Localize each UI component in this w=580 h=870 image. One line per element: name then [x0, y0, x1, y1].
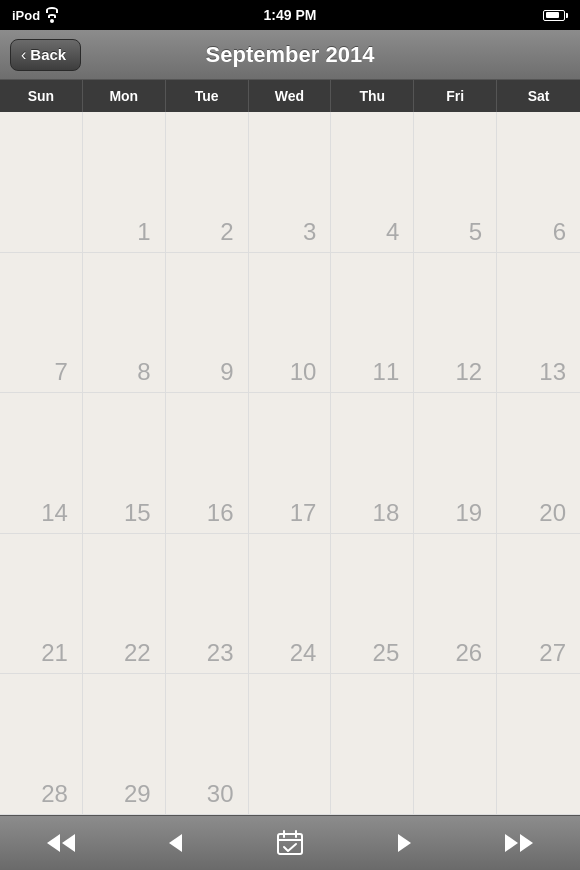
- day-number: 8: [137, 360, 150, 384]
- day-number: 25: [373, 641, 400, 665]
- day-number: 19: [455, 501, 482, 525]
- calendar-day-10[interactable]: 10: [249, 253, 332, 394]
- status-time: 1:49 PM: [264, 7, 317, 23]
- empty-day-cell: [331, 674, 414, 815]
- back-nav-icon: [169, 834, 182, 852]
- calendar-day-3[interactable]: 3: [249, 112, 332, 253]
- day-number: 10: [290, 360, 317, 384]
- month-title: September 2014: [206, 42, 375, 68]
- calendar-day-16[interactable]: 16: [166, 393, 249, 534]
- calendar-day-6[interactable]: 6: [497, 112, 580, 253]
- calendar-day-23[interactable]: 23: [166, 534, 249, 675]
- day-number: 23: [207, 641, 234, 665]
- empty-day-cell: [249, 674, 332, 815]
- day-number: 9: [220, 360, 233, 384]
- calendar-day-13[interactable]: 13: [497, 253, 580, 394]
- calendar-grid: 1234567891011121314151617181920212223242…: [0, 112, 580, 815]
- calendar-day-4[interactable]: 4: [331, 112, 414, 253]
- day-header-sun: Sun: [0, 80, 83, 112]
- calendar-day-15[interactable]: 15: [83, 393, 166, 534]
- day-number: 18: [373, 501, 400, 525]
- calendar-day-18[interactable]: 18: [331, 393, 414, 534]
- calendar-day-28[interactable]: 28: [0, 674, 83, 815]
- day-number: 6: [553, 220, 566, 244]
- skip-forward-icon: [505, 834, 533, 852]
- calendar-day-8[interactable]: 8: [83, 253, 166, 394]
- calendar-day-5[interactable]: 5: [414, 112, 497, 253]
- day-header-thu: Thu: [331, 80, 414, 112]
- day-number: 1: [137, 220, 150, 244]
- day-headers: SunMonTueWedThuFriSat: [0, 80, 580, 112]
- back-button-label: Back: [30, 46, 66, 63]
- day-number: 20: [539, 501, 566, 525]
- calendar-day-7[interactable]: 7: [0, 253, 83, 394]
- calendar-day-30[interactable]: 30: [166, 674, 249, 815]
- day-number: 29: [124, 782, 151, 806]
- empty-day-cell: [414, 674, 497, 815]
- back-nav-button[interactable]: [151, 826, 200, 860]
- day-number: 14: [41, 501, 68, 525]
- day-number: 2: [220, 220, 233, 244]
- calendar-day-21[interactable]: 21: [0, 534, 83, 675]
- empty-day-cell: [497, 674, 580, 815]
- day-header-fri: Fri: [414, 80, 497, 112]
- skip-forward-button[interactable]: [487, 826, 551, 860]
- day-number: 7: [54, 360, 67, 384]
- svg-rect-0: [278, 834, 302, 854]
- back-button[interactable]: ‹ Back: [10, 39, 81, 71]
- day-header-mon: Mon: [83, 80, 166, 112]
- day-number: 3: [303, 220, 316, 244]
- calendar-day-19[interactable]: 19: [414, 393, 497, 534]
- day-number: 17: [290, 501, 317, 525]
- day-number: 27: [539, 641, 566, 665]
- day-number: 4: [386, 220, 399, 244]
- wifi-icon: [46, 7, 58, 23]
- calendar-day-24[interactable]: 24: [249, 534, 332, 675]
- day-number: 5: [469, 220, 482, 244]
- day-number: 16: [207, 501, 234, 525]
- day-header-sat: Sat: [497, 80, 580, 112]
- calendar-day-27[interactable]: 27: [497, 534, 580, 675]
- day-number: 11: [373, 360, 400, 384]
- day-number: 22: [124, 641, 151, 665]
- day-header-tue: Tue: [166, 80, 249, 112]
- skip-back-icon: [47, 834, 75, 852]
- day-number: 13: [539, 360, 566, 384]
- day-number: 28: [41, 782, 68, 806]
- calendar-day-26[interactable]: 26: [414, 534, 497, 675]
- today-button[interactable]: [258, 821, 322, 865]
- status-bar: iPod 1:49 PM: [0, 0, 580, 30]
- day-number: 30: [207, 782, 234, 806]
- day-number: 12: [455, 360, 482, 384]
- calendar-icon: [276, 829, 304, 857]
- forward-nav-icon: [398, 834, 411, 852]
- calendar-day-9[interactable]: 9: [166, 253, 249, 394]
- calendar-day-1[interactable]: 1: [83, 112, 166, 253]
- bottom-toolbar: [0, 815, 580, 870]
- skip-back-button[interactable]: [29, 826, 93, 860]
- calendar-day-2[interactable]: 2: [166, 112, 249, 253]
- day-number: 15: [124, 501, 151, 525]
- nav-bar: ‹ Back September 2014: [0, 30, 580, 80]
- day-number: 24: [290, 641, 317, 665]
- calendar-day-17[interactable]: 17: [249, 393, 332, 534]
- calendar-day-12[interactable]: 12: [414, 253, 497, 394]
- device-label: iPod: [12, 8, 40, 23]
- calendar-day-11[interactable]: 11: [331, 253, 414, 394]
- calendar-day-22[interactable]: 22: [83, 534, 166, 675]
- day-number: 26: [455, 641, 482, 665]
- empty-day-cell: [0, 112, 83, 253]
- calendar-day-25[interactable]: 25: [331, 534, 414, 675]
- battery-icon: [543, 10, 568, 21]
- calendar-day-29[interactable]: 29: [83, 674, 166, 815]
- calendar-day-14[interactable]: 14: [0, 393, 83, 534]
- forward-nav-button[interactable]: [380, 826, 429, 860]
- back-chevron-icon: ‹: [21, 46, 26, 64]
- day-number: 21: [41, 641, 68, 665]
- day-header-wed: Wed: [249, 80, 332, 112]
- calendar-day-20[interactable]: 20: [497, 393, 580, 534]
